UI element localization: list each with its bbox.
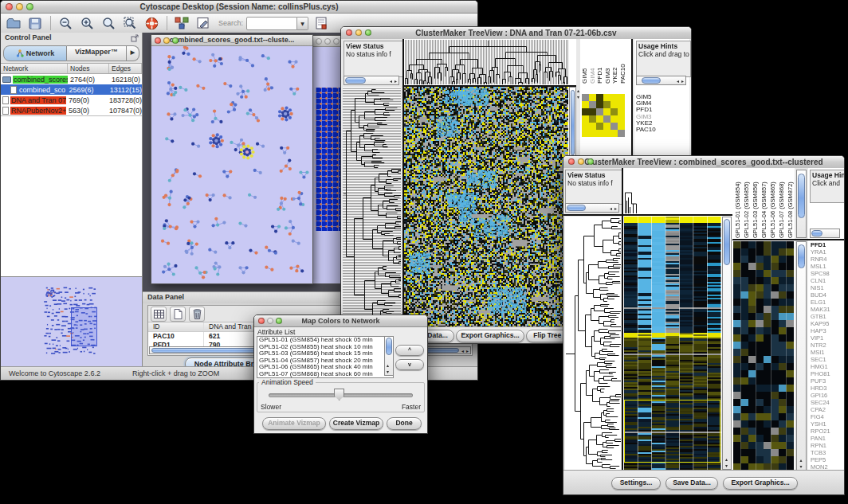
column-id[interactable]: ID — [148, 322, 204, 331]
column-label[interactable]: GIM5 — [581, 41, 589, 84]
column-label[interactable]: PAC10 — [619, 41, 627, 84]
row-label[interactable]: SEC1 — [811, 356, 844, 363]
network-canvas[interactable] — [151, 46, 311, 283]
status-hscrollbar[interactable]: ◂ ▸ — [565, 203, 619, 213]
treeview1-titlebar[interactable]: ClusterMaker TreeView : DNA and Tran 07-… — [341, 27, 691, 40]
row-label[interactable]: GPI16 — [811, 392, 844, 399]
search-input[interactable] — [246, 17, 297, 30]
scrollbar-thumb[interactable] — [811, 230, 822, 236]
scroll-left-icon[interactable]: ◂ — [610, 206, 612, 211]
row-label[interactable]: MAK31 — [811, 306, 844, 313]
network-overview-panel[interactable] — [1, 277, 142, 367]
row-label[interactable]: RNR4 — [811, 256, 844, 263]
tab-network[interactable]: Network — [3, 45, 67, 61]
close-button[interactable] — [258, 318, 265, 324]
scroll-right-icon[interactable]: ▸ — [681, 79, 684, 84]
row-label[interactable]: SPC98 — [811, 270, 844, 277]
similarity-matrix[interactable] — [582, 94, 625, 137]
scrollbar-thumb[interactable] — [386, 338, 392, 355]
close-button[interactable] — [316, 38, 322, 45]
scroll-down-icon[interactable]: ▾ — [725, 463, 728, 468]
scrollbar-thumb[interactable] — [345, 77, 366, 84]
tab-overflow-button[interactable]: ▶ — [127, 45, 139, 61]
save-data-button[interactable]: Save Data... — [665, 477, 718, 490]
row-label[interactable]: CLN1 — [811, 277, 844, 284]
row-label[interactable]: HRD3 — [811, 385, 844, 392]
tv2-row-dendro-canvas[interactable] — [565, 217, 621, 470]
network-list-row[interactable]: combined_sco 2569(6) 13112(15) — [1, 84, 142, 95]
scroll-up-icon[interactable]: ▴ — [387, 363, 389, 368]
column-label[interactable]: GPL51-08 (GSM872) — [786, 170, 795, 238]
settings-button[interactable]: Settings... — [611, 477, 661, 490]
annotation-button[interactable] — [195, 15, 211, 31]
column-label[interactable]: YKE2 — [611, 41, 619, 84]
zoom-in-button[interactable] — [79, 15, 95, 31]
tv2-row-labels[interactable]: PFD1YRA1RNR4MSL1SPC98CLN1NIS1BUD4ELG1MAK… — [811, 241, 844, 471]
tv2-column-labels[interactable]: GPL51-01 (GSM854)GPL51-02 (GSM855)GPL51-… — [733, 170, 795, 238]
column-nodes[interactable]: Nodes — [68, 64, 109, 73]
row-label[interactable]: KAP95 — [811, 320, 844, 327]
zoom-button[interactable] — [26, 3, 33, 10]
save-button[interactable] — [27, 15, 43, 31]
row-label[interactable]: HAP3 — [811, 327, 844, 334]
scrollbar-thumb[interactable] — [571, 90, 575, 155]
row-label[interactable]: RPO21 — [811, 428, 844, 435]
zoom-button[interactable] — [276, 318, 282, 324]
heatmap-vscrollbar[interactable]: ▴ ▾ — [722, 217, 732, 470]
list-vscrollbar[interactable]: ▴ ▾ — [384, 337, 393, 376]
row-label[interactable]: TCB3 — [811, 449, 844, 456]
scroll-left-icon[interactable]: ◂ — [461, 349, 464, 354]
tv1-row-labels[interactable]: GIM5GIM4PFD1GIM3YKE2PAC10 — [636, 94, 656, 133]
scroll-up-icon[interactable]: ▴ — [577, 88, 579, 93]
create-vizmap-button[interactable]: Create Vizmap — [329, 417, 383, 430]
scrollbar-thumb[interactable] — [724, 219, 730, 265]
scroll-up-icon[interactable]: ▴ — [725, 457, 728, 462]
zoom-button[interactable] — [172, 37, 179, 44]
close-button[interactable] — [346, 29, 352, 36]
column-label[interactable]: GPL51-03 (GSM856) — [751, 170, 760, 238]
scroll-right-icon[interactable]: ▸ — [466, 349, 469, 354]
network-list-row[interactable]: combined_scores 2764(0) 16218(0) — [1, 74, 142, 84]
row-label[interactable]: HMG1 — [811, 363, 844, 370]
status-hscrollbar[interactable]: ◂ ▸ — [344, 76, 399, 85]
row-label[interactable]: PEP5 — [811, 456, 844, 463]
attribute-list-item[interactable]: GPL51-07 (GSM868) heat shock 60 min — [257, 371, 393, 378]
network-list-row[interactable]: DNA and Tran 07 769(0) 183728(0) — [1, 95, 142, 105]
scroll-down-icon[interactable]: ▾ — [387, 369, 389, 374]
tv1-heatmap-canvas[interactable] — [404, 87, 568, 327]
column-label[interactable]: GIM3 — [604, 41, 612, 84]
zoom-fit-button[interactable] — [100, 15, 116, 31]
zoom-selected-button[interactable] — [122, 15, 138, 31]
row-label[interactable]: CPA2 — [811, 406, 844, 413]
row-label[interactable]: NIS1 — [811, 284, 844, 291]
tv2-heatmap-canvas[interactable] — [624, 217, 721, 470]
network-window-1-titlebar[interactable]: combined_scores_good.txt--cluste... — [151, 35, 312, 46]
minimize-button[interactable] — [324, 38, 331, 45]
tv1-row-dendro-canvas[interactable] — [343, 88, 401, 326]
column-label[interactable]: GPL51-01 (GSM854) — [733, 170, 742, 238]
new-attribute-button[interactable] — [170, 307, 186, 322]
open-file-button[interactable] — [6, 15, 22, 31]
network-overview-button[interactable] — [174, 15, 190, 31]
search-dropdown-button[interactable]: ▼ — [297, 17, 308, 30]
row-label[interactable]: YSH1 — [811, 420, 844, 428]
minimize-button[interactable] — [578, 158, 584, 165]
tv2-col-dendro-canvas[interactable] — [623, 169, 732, 213]
column-label[interactable]: GPL51-07 (GSM868) — [777, 170, 786, 238]
row-label[interactable]: ELG1 — [811, 299, 844, 306]
close-button[interactable] — [568, 158, 575, 165]
main-titlebar[interactable]: Cytoscape Desktop (Session Name: collins… — [1, 1, 477, 14]
scrollbar-thumb[interactable] — [642, 77, 661, 84]
close-button[interactable] — [6, 3, 13, 10]
tv1-column-labels[interactable]: GIM5GIM4PFD1GIM3YKE2PAC10 — [581, 41, 629, 84]
column-label[interactable]: GIM4 — [589, 41, 597, 84]
row-label[interactable]: PAN1 — [811, 435, 844, 442]
birdeye-canvas[interactable] — [1, 277, 141, 365]
export-graphics-button[interactable]: Export Graphics... — [723, 477, 798, 490]
scroll-right-icon[interactable]: ▸ — [614, 206, 617, 211]
row-label[interactable]: PUF3 — [811, 377, 844, 385]
column-label[interactable]: GPL51-04 (GSM857) — [760, 170, 768, 238]
minimize-button[interactable] — [163, 37, 170, 44]
scroll-down-icon[interactable]: ▾ — [800, 464, 803, 469]
done-button[interactable]: Done — [387, 417, 422, 430]
